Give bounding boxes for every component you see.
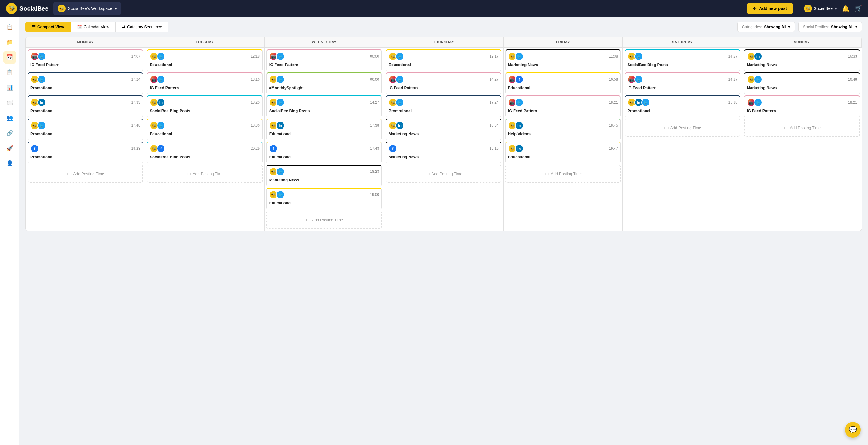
post-card[interactable]: f 17:48 Educational [267,142,382,163]
post-card[interactable]: 🐝 🐦 18:36 Educational [147,118,262,140]
post-category: #MonthlySpotlight [269,85,379,90]
post-card[interactable]: 🐝 🐦 06:00 #MonthlySpotlight [267,72,382,94]
post-category: Educational [269,155,379,159]
linkedin-avatar: in [396,121,404,130]
twitter-avatar: 🐦 [754,98,763,107]
twitter-avatar: 🐦 [515,52,524,61]
sidebar-item-audience[interactable]: 👥 [3,111,16,124]
sidebar-item-clipboard[interactable]: 📋 [3,21,16,33]
day-header-saturday: SATURDAY [623,37,742,47]
post-card[interactable]: 🐝 🐦 17:24 Promotional [386,96,501,117]
add-posting-time-saturday[interactable]: + + Add Posting Time [625,118,740,137]
compact-view-label: Compact View [37,25,64,29]
sidebar-item-list[interactable]: 📋 [3,66,16,79]
post-card[interactable]: f 19:23 Promotional [28,142,143,163]
compact-view-button[interactable]: ☰ Compact View [26,22,71,32]
post-card[interactable]: 🐝 in 18:34 Marketing News [386,118,501,140]
category-sequence-button[interactable]: ⇄ Category Sequence [116,22,168,32]
calendar-view-icon: 📅 [77,25,82,29]
post-category: IG Feed Pattern [269,63,379,67]
sidebar-item-profile[interactable]: 👤 [3,157,16,170]
post-card[interactable]: 📷 🐦 18:21 IG Feed Pattern [505,96,621,117]
post-card[interactable]: f 19:19 Marketing News [386,142,501,163]
post-card[interactable]: 🐝 f 20:29 SocialBee Blog Posts [147,142,262,163]
post-time: 19:19 [490,146,499,151]
sidebar-item-inbox[interactable]: 🍽️ [3,96,16,109]
add-posting-time-monday[interactable]: + + Add Posting Time [28,165,143,183]
post-category: Promotional [30,132,140,136]
social-profiles-chevron-icon: ▾ [855,25,857,29]
user-area[interactable]: 🐝 SocialBee ▾ [804,5,837,12]
post-card[interactable]: 🐝 🐦 18:23 Marketing News [267,165,382,186]
post-time: 11:38 [609,54,618,59]
post-card[interactable]: 📷 🐦 13:16 IG Feed Pattern [147,72,262,94]
post-icons: 📷 f [508,75,524,84]
day-header-tuesday: TUESDAY [145,37,265,47]
facebook-avatar: f [157,144,165,153]
post-card[interactable]: 🐝 🐦 14:27 SocialBee Blog Posts [625,49,740,71]
post-icons: 📷 🐦 [150,75,165,84]
post-category: Marketing News [747,63,857,67]
twitter-avatar: 🐦 [515,98,524,107]
post-card[interactable]: 🐝 in 16:33 Marketing News [744,49,860,71]
post-card[interactable]: 📷 🐦 14:27 IG Feed Pattern [386,72,501,94]
twitter-avatar: 🐦 [396,52,404,61]
post-card[interactable]: 📷 f 16:58 Educational [505,72,621,94]
post-card[interactable]: 🐝 🐦 16:48 Marketing News [744,72,860,94]
add-posting-time-thursday[interactable]: + + Add Posting Time [386,165,501,183]
add-time-label: + Add Posting Time [309,218,343,222]
post-icons: 🐝 🐦 [269,75,285,84]
post-card[interactable]: 🐝 🐦 17:48 Promotional [28,118,143,140]
post-category: Educational [269,201,379,205]
post-category: SocialBee Blog Posts [269,108,379,113]
post-icons: 📷 🐦 [269,52,285,61]
categories-dropdown[interactable]: Categories: Showing All ▾ [738,22,795,32]
post-card[interactable]: 🐝 🐦 14:27 SocialBee Blog Posts [267,96,382,117]
add-post-button[interactable]: ✈ Add new post [747,3,793,14]
post-card[interactable]: 📷 🐦 14:27 IG Feed Pattern [625,72,740,94]
user-bee-icon: 🐝 [804,5,812,12]
post-card[interactable]: 🐝 🐦 11:38 Marketing News [505,49,621,71]
sidebar-item-calendar[interactable]: 📅 [3,51,16,64]
post-card[interactable]: 🐝 in 17:38 Educational [267,118,382,140]
post-time: 17:07 [131,54,140,59]
add-posting-time-wednesday[interactable]: + + Add Posting Time [267,211,382,229]
chat-button[interactable]: 💬 [845,422,861,438]
layout: 📋 📁 📅 📋 📊 🍽️ 👥 🔗 🚀 👤 ☰ Compact View 📅 Ca… [0,17,868,445]
sidebar-item-analytics[interactable]: 📊 [3,81,16,94]
post-card[interactable]: 📷 🐦 00:00 IG Feed Pattern [267,49,382,71]
post-card[interactable]: 🐝 in 18:20 SocialBee Blog Posts [147,96,262,117]
workspace-button[interactable]: 🐝 SocialBee's Workspace ▾ [54,2,121,15]
post-card[interactable]: 🐝 in 19:47 Educational [505,142,621,163]
post-card[interactable]: 🐝 in 17:33 Promotional [28,96,143,117]
cart-icon[interactable]: 🛒 [854,5,862,12]
logo-text: SocialBee [20,5,49,12]
sidebar-item-campaigns[interactable]: 🚀 [3,142,16,155]
tuesday-column: 🐝 🐦 12:18 Educational 📷 🐦 13:16 [145,47,265,231]
post-card[interactable]: 📷 🐦 18:21 IG Feed Pattern [744,96,860,117]
friday-column: 🐝 🐦 11:38 Marketing News 📷 f 16:58 [503,47,623,231]
post-time: 16:58 [609,77,618,81]
post-card[interactable]: 📷 🐦 17:07 IG Feed Pattern [28,49,143,71]
social-profiles-dropdown[interactable]: Social Profiles: Showing All ▾ [799,22,862,32]
post-icons: 🐝 in [150,98,165,107]
post-category: SocialBee Blog Posts [627,63,737,67]
add-posting-time-tuesday[interactable]: + + Add Posting Time [147,165,262,183]
post-card[interactable]: 🐝 🐦 12:18 Educational [147,49,262,71]
day-header-monday: MONDAY [26,37,145,47]
user-chevron-icon: ▾ [835,6,837,11]
add-posting-time-friday[interactable]: + + Add Posting Time [505,165,621,183]
post-icons: f [30,144,39,153]
twitter-avatar: 🐦 [157,121,165,130]
post-card[interactable]: 🐝 in 18:45 Help Videos [505,118,621,140]
sidebar-item-links[interactable]: 🔗 [3,127,16,139]
post-card[interactable]: 🐝 🐦 12:17 Educational [386,49,501,71]
post-card[interactable]: 🐝 🐦 17:24 Promotional [28,72,143,94]
calendar-view-button[interactable]: 📅 Calendar View [71,22,116,32]
add-posting-time-sunday[interactable]: + + Add Posting Time [744,118,860,137]
post-category: Educational [150,63,259,67]
post-card[interactable]: 🐝 in 🐦 15:38 Promotional [625,96,740,117]
post-card[interactable]: 🐝 🐦 19:00 Educational [267,187,382,209]
notification-icon[interactable]: 🔔 [842,5,849,12]
sidebar-item-folder[interactable]: 📁 [3,36,16,48]
